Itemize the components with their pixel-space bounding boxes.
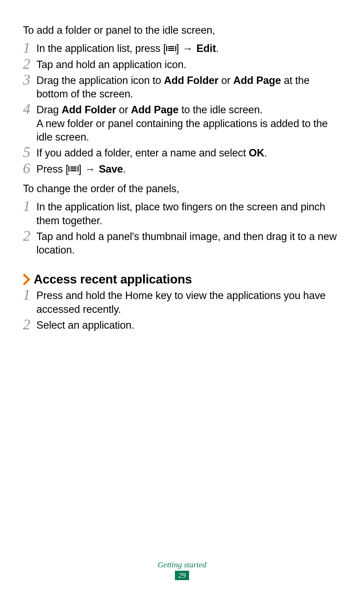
svg-rect-7 bbox=[70, 167, 77, 168]
step-item: 1In the application list, press [] → Edi… bbox=[23, 42, 341, 55]
step-item: 4Drag Add Folder or Add Page to the idle… bbox=[23, 103, 341, 144]
svg-rect-1 bbox=[175, 46, 176, 51]
step-number: 2 bbox=[23, 57, 36, 71]
page-number-badge: 29 bbox=[175, 571, 189, 580]
step-number: 2 bbox=[23, 317, 36, 332]
step-item: 2Select an application. bbox=[23, 319, 341, 332]
section-heading-row: Access recent applications bbox=[23, 272, 341, 287]
svg-rect-8 bbox=[70, 169, 77, 170]
svg-rect-2 bbox=[168, 46, 174, 47]
manual-page: To add a folder or panel to the idle scr… bbox=[0, 0, 364, 597]
step-item: 2Tap and hold an application icon. bbox=[23, 58, 341, 71]
step-number: 1 bbox=[23, 199, 36, 214]
steps-list-b: 1In the application list, place two fing… bbox=[23, 200, 341, 257]
step-text: Drag the application icon to Add Folder … bbox=[36, 74, 341, 101]
step-number: 5 bbox=[23, 145, 36, 160]
step-text: Select an application. bbox=[36, 319, 341, 332]
footer-section-label: Getting started bbox=[0, 560, 364, 569]
svg-rect-0 bbox=[166, 46, 167, 51]
step-text: Tap and hold an application icon. bbox=[36, 58, 341, 71]
svg-rect-6 bbox=[78, 166, 79, 172]
step-text: In the application list, press [] → Edit… bbox=[36, 42, 341, 55]
step-item: 1In the application list, place two fing… bbox=[23, 200, 341, 228]
section-heading: Access recent applications bbox=[34, 272, 192, 287]
step-number: 1 bbox=[23, 288, 36, 302]
intro-text-1: To add a folder or panel to the idle scr… bbox=[23, 24, 341, 37]
step-item: 6Press [] → Save. bbox=[23, 162, 341, 176]
chevron-right-icon bbox=[23, 274, 30, 285]
step-text: If you added a folder, enter a name and … bbox=[36, 146, 341, 160]
step-text: Press [] → Save. bbox=[36, 162, 341, 176]
step-number: 2 bbox=[23, 229, 36, 243]
step-number: 3 bbox=[23, 72, 36, 87]
step-item: 1Press and hold the Home key to view the… bbox=[23, 289, 341, 316]
step-number: 4 bbox=[23, 102, 36, 117]
step-item: 2Tap and hold a panel's thumbnail image,… bbox=[23, 230, 341, 257]
step-text: Tap and hold a panel's thumbnail image, … bbox=[36, 230, 341, 257]
step-item: 3Drag the application icon to Add Folder… bbox=[23, 74, 341, 101]
svg-rect-4 bbox=[168, 50, 174, 51]
page-footer: Getting started 29 bbox=[0, 560, 364, 580]
step-number: 1 bbox=[23, 40, 36, 55]
steps-list-c: 1Press and hold the Home key to view the… bbox=[23, 289, 341, 332]
step-item: 5If you added a folder, enter a name and… bbox=[23, 146, 341, 160]
svg-rect-9 bbox=[70, 170, 77, 171]
step-text: In the application list, place two finge… bbox=[36, 200, 341, 228]
step-text: Press and hold the Home key to view the … bbox=[36, 289, 341, 316]
step-text: Drag Add Folder or Add Page to the idle … bbox=[36, 103, 341, 144]
step-number: 6 bbox=[23, 161, 36, 176]
svg-rect-5 bbox=[68, 166, 69, 172]
steps-list-a: 1In the application list, press [] → Edi… bbox=[23, 42, 341, 176]
svg-rect-3 bbox=[168, 48, 174, 49]
intro-text-2: To change the order of the panels, bbox=[23, 182, 341, 196]
